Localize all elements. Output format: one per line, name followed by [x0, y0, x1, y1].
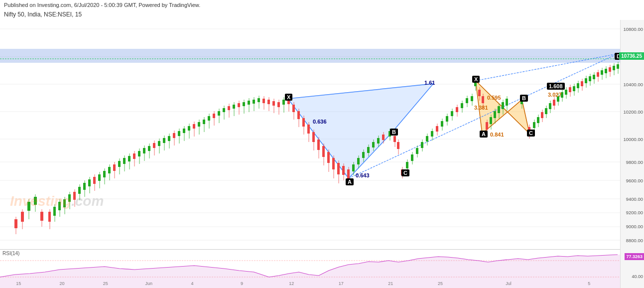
- svg-rect-144: [337, 163, 340, 174]
- svg-rect-40: [78, 187, 81, 194]
- point-c2-label: C: [527, 130, 535, 137]
- svg-rect-178: [421, 142, 423, 148]
- svg-rect-64: [138, 151, 140, 156]
- time-label-25: 25: [103, 281, 108, 286]
- svg-rect-240: [569, 87, 571, 92]
- svg-rect-92: [208, 116, 210, 121]
- svg-rect-238: [565, 90, 567, 95]
- svg-rect-180: [426, 136, 428, 142]
- svg-rect-152: [357, 158, 360, 164]
- svg-rect-154: [362, 152, 365, 158]
- svg-rect-56: [118, 161, 121, 167]
- svg-rect-254: [597, 72, 599, 77]
- price-10200: 10200.00: [623, 109, 643, 115]
- time-label-20: 20: [59, 281, 64, 286]
- svg-rect-62: [133, 153, 135, 159]
- svg-rect-246: [581, 81, 583, 86]
- svg-rect-258: [605, 69, 607, 73]
- price-9800: 9800.00: [626, 159, 643, 165]
- point-a1-label: A: [346, 178, 354, 185]
- svg-rect-104: [238, 103, 240, 107]
- rsi-level-40: 40.00: [632, 274, 643, 279]
- svg-rect-130: [302, 118, 305, 127]
- svg-rect-120: [277, 102, 280, 107]
- svg-rect-58: [123, 158, 126, 164]
- point-x1-label: X: [285, 94, 292, 101]
- svg-rect-74: [163, 138, 165, 143]
- time-label-15: 15: [16, 281, 21, 286]
- price-10800: 10800.00: [623, 26, 643, 32]
- svg-rect-230: [549, 103, 551, 109]
- svg-rect-28: [48, 212, 51, 222]
- chart-header: Published on Investing.com, 6/Jul/2020 -…: [0, 0, 644, 10]
- time-label-4: 4: [191, 281, 193, 286]
- svg-rect-156: [367, 147, 370, 153]
- svg-rect-98: [223, 108, 225, 112]
- svg-rect-80: [178, 131, 180, 136]
- svg-rect-248: [585, 78, 587, 83]
- svg-rect-102: [233, 105, 235, 109]
- ratio-3027-label: 3.027: [548, 92, 562, 98]
- svg-rect-54: [113, 164, 116, 171]
- svg-rect-148: [347, 169, 350, 178]
- svg-rect-224: [537, 117, 539, 123]
- point-b2-label: B: [520, 95, 528, 102]
- svg-rect-122: [282, 100, 285, 105]
- svg-rect-44: [88, 179, 91, 186]
- svg-rect-46: [93, 177, 96, 184]
- svg-rect-78: [173, 133, 175, 138]
- svg-rect-82: [183, 129, 185, 133]
- time-label-21: 21: [388, 281, 393, 286]
- svg-rect-52: [108, 167, 111, 173]
- svg-rect-232: [553, 100, 555, 106]
- svg-rect-48: [98, 174, 101, 181]
- svg-rect-256: [601, 70, 603, 75]
- svg-rect-116: [267, 100, 270, 104]
- svg-rect-140: [327, 152, 330, 163]
- price-axis: 10800.00 10600.00 10400.00 10200.00 1000…: [620, 20, 644, 249]
- price-10000: 10000.00: [623, 137, 643, 142]
- svg-rect-20: [21, 212, 24, 222]
- chart-title: Nifty 50, India, NSE:NSEI, 15: [4, 11, 82, 18]
- ratio-0841-label: 0.841: [490, 132, 504, 138]
- svg-rect-132: [307, 125, 310, 134]
- svg-rect-190: [451, 111, 453, 116]
- rsi-axis: 70.00 40.00 77.3263: [620, 249, 644, 288]
- svg-rect-162: [382, 135, 385, 140]
- svg-rect-96: [218, 111, 220, 116]
- svg-rect-186: [441, 121, 443, 127]
- svg-rect-196: [466, 98, 468, 103]
- time-label-5: 5: [588, 281, 590, 286]
- svg-rect-208: [490, 117, 492, 124]
- svg-rect-160: [377, 138, 380, 144]
- svg-rect-174: [411, 154, 413, 161]
- svg-rect-250: [589, 76, 591, 81]
- price-10400: 10400.00: [623, 81, 643, 87]
- svg-rect-252: [593, 75, 595, 79]
- price-8800: 8800.00: [626, 237, 643, 243]
- price-9000: 9000.00: [626, 224, 643, 229]
- current-price-badge: 10736.25: [619, 52, 644, 60]
- svg-rect-94: [213, 114, 215, 118]
- ratio-1608-label: 1.608: [547, 83, 565, 90]
- svg-rect-228: [545, 108, 547, 114]
- svg-rect-136: [317, 140, 320, 150]
- svg-rect-176: [416, 148, 418, 154]
- svg-rect-118: [272, 101, 275, 106]
- svg-rect-90: [203, 120, 205, 124]
- svg-rect-244: [577, 83, 579, 88]
- svg-rect-214: [502, 102, 504, 109]
- svg-rect-50: [103, 171, 106, 177]
- time-label-jul: Jul: [506, 281, 512, 286]
- point-a2-label: A: [480, 131, 488, 138]
- watermark: Investing.com: [10, 193, 104, 209]
- main-chart: X 0.636 A 0.643 B C 1.61 X A 0.595 3.381…: [0, 20, 620, 249]
- time-label-9: 9: [241, 281, 243, 286]
- time-label-17: 17: [339, 281, 344, 286]
- svg-rect-110: [253, 100, 255, 104]
- svg-rect-150: [352, 164, 355, 171]
- rsi-title: RSI(14): [2, 251, 19, 256]
- rsi-value-badge: 77.3263: [625, 253, 644, 260]
- svg-rect-112: [258, 98, 260, 102]
- time-axis: 15 20 25 Jun 4 9 12 17 21 25 Jul 5: [0, 280, 620, 287]
